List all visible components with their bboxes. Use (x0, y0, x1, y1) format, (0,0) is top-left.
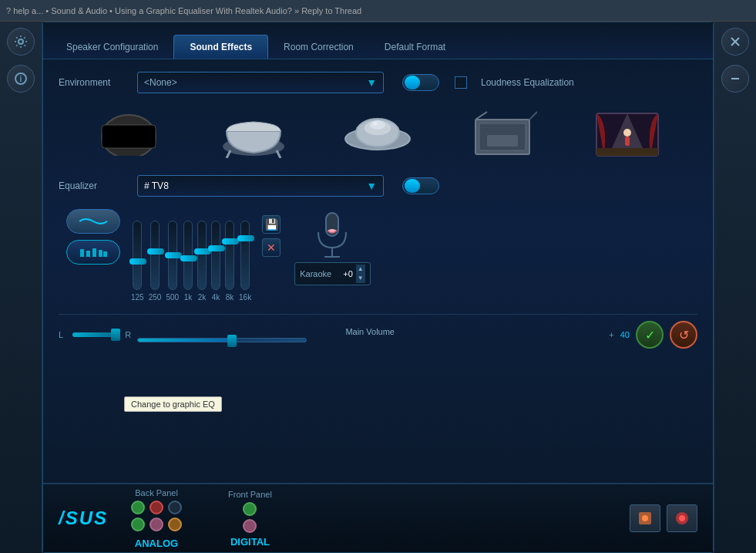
eq-slider-8k: 8k (225, 221, 234, 302)
eq-freq-label-2k: 2k (198, 293, 207, 302)
front-panel-jacks-2 (243, 519, 257, 533)
eq-slider-track-16k[interactable] (240, 221, 250, 290)
vol-track[interactable] (137, 338, 307, 342)
volume-section: L R Main Volume + 40 ✓ ↺ (59, 314, 697, 349)
karaoke-area: Karaoke +0 ▲ ▼ (294, 209, 371, 285)
eq-parametric-btn[interactable] (66, 209, 120, 234)
settings-icon[interactable] (7, 28, 35, 56)
front-panel-label: Front Panel (228, 490, 272, 499)
bottom-icon-2[interactable] (667, 504, 697, 532)
bottom-icon-1[interactable] (630, 504, 660, 532)
svg-point-0 (18, 39, 23, 44)
eq-slider-track-4k[interactable] (211, 221, 220, 290)
eq-freq-label-125: 125 (131, 293, 144, 302)
svg-point-40 (679, 515, 685, 521)
tab-speaker-configuration[interactable]: Speaker Configuration (51, 35, 173, 59)
environment-value: <None> (144, 77, 177, 88)
eq-save-button[interactable]: 💾 (262, 215, 281, 234)
eq-sliders: 125 250 500 (131, 209, 251, 302)
front-panel-section: Front Panel DIGITAL (228, 490, 272, 548)
vol-left-label: L (59, 330, 63, 339)
jack-black-1[interactable] (168, 501, 182, 514)
jack-green-2[interactable] (131, 518, 145, 531)
close-icon[interactable] (721, 28, 749, 56)
eq-freq-label-250: 250 (149, 293, 162, 302)
icon-bathtub[interactable] (215, 106, 292, 160)
tab-room-correction[interactable]: Room Correction (268, 35, 369, 59)
eq-slider-thumb-250[interactable] (147, 248, 164, 255)
jack-red-1[interactable] (150, 501, 163, 514)
minimize-icon[interactable] (721, 65, 749, 93)
reset-button[interactable]: ↺ (670, 321, 697, 349)
side-panel-right (714, 22, 756, 553)
analog-label: ANALOG (135, 538, 178, 549)
vol-thumb[interactable] (227, 335, 237, 347)
eq-freq-label-16k: 16k (239, 293, 251, 302)
vol-fill (138, 339, 230, 342)
karaoke-down-arrow[interactable]: ▼ (356, 274, 365, 283)
environment-row: Environment <None> ▼ Loudness Equalizati… (59, 72, 697, 93)
eq-graphic-btn[interactable] (66, 240, 120, 265)
svg-rect-33 (103, 251, 107, 257)
vol-db-value: 40 (620, 330, 630, 339)
tab-sound-effects[interactable]: Sound Effects (173, 35, 268, 59)
vol-left-thumb[interactable] (111, 329, 120, 341)
svg-point-18 (373, 122, 378, 125)
jack-pink-1[interactable] (150, 518, 163, 531)
asus-logo: /SUS (59, 507, 108, 529)
back-panel-jacks-bottom (131, 518, 182, 531)
equalizer-row: Equalizer # TV8 ▼ (59, 175, 697, 197)
vol-left-bar (72, 332, 119, 337)
svg-rect-32 (99, 250, 102, 257)
jack-front-green[interactable] (243, 502, 257, 516)
eq-slider-thumb-500[interactable] (165, 252, 182, 258)
svg-rect-30 (86, 251, 90, 257)
eq-slider-thumb-4k[interactable] (208, 245, 225, 251)
environment-toggle[interactable] (402, 74, 439, 91)
svg-line-23 (529, 112, 537, 120)
equalizer-toggle[interactable] (402, 177, 439, 194)
eq-slider-thumb-125[interactable] (129, 258, 146, 265)
back-panel-jacks-top (131, 501, 182, 514)
tab-default-format[interactable]: Default Format (369, 35, 461, 59)
eq-delete-button[interactable]: ✕ (262, 238, 281, 257)
eq-slider-thumb-1k[interactable] (180, 255, 197, 261)
bottom-panel: /SUS Back Panel ANALOG Front Panel (43, 483, 713, 552)
eq-slider-track-125[interactable] (133, 221, 142, 290)
icon-disc[interactable] (90, 106, 167, 160)
jack-green-1[interactable] (131, 501, 145, 514)
jack-orange-1[interactable] (168, 518, 182, 531)
loudness-checkbox[interactable] (455, 76, 467, 89)
svg-rect-10 (102, 125, 156, 148)
breadcrumb: ? help a... • Sound & Audio • Using a Gr… (6, 6, 361, 15)
icon-saucer[interactable] (339, 106, 416, 160)
eq-slider-track-2k[interactable] (197, 221, 207, 290)
icon-stage[interactable] (589, 106, 666, 160)
equalizer-label: Equalizer (59, 180, 128, 191)
eq-slider-125: 125 (131, 221, 144, 302)
eq-slider-track-8k[interactable] (225, 221, 234, 290)
equalizer-value: # TV8 (144, 180, 169, 191)
environment-dropdown-arrow: ▼ (366, 76, 377, 89)
apply-button[interactable]: ✓ (636, 321, 664, 349)
karaoke-spinner[interactable]: ▲ ▼ (356, 265, 365, 283)
eq-slider-thumb-16k[interactable] (237, 235, 254, 241)
environment-select[interactable]: <None> ▼ (137, 72, 384, 93)
icon-box[interactable] (464, 106, 541, 160)
eq-slider-track-1k[interactable] (183, 221, 193, 290)
vol-slider-container: Main Volume (137, 327, 603, 342)
svg-point-17 (370, 120, 385, 130)
eq-slider-track-500[interactable] (168, 221, 177, 290)
jack-front-pink[interactable] (243, 519, 257, 533)
eq-slider-thumb-8k[interactable] (222, 238, 239, 244)
eq-slider-500: 500 (166, 221, 179, 302)
eq-slider-track-250[interactable] (150, 221, 160, 290)
vol-plus-label: + (609, 330, 613, 339)
eq-slider-4k: 4k (211, 221, 220, 302)
bottom-right-icons (630, 504, 697, 532)
info-icon[interactable]: i (7, 65, 35, 93)
equalizer-select[interactable]: # TV8 ▼ (137, 175, 384, 197)
eq-action-icons: 💾 ✕ (262, 215, 281, 257)
eq-freq-label-4k: 4k (212, 293, 220, 302)
karaoke-up-arrow[interactable]: ▲ (356, 265, 365, 274)
